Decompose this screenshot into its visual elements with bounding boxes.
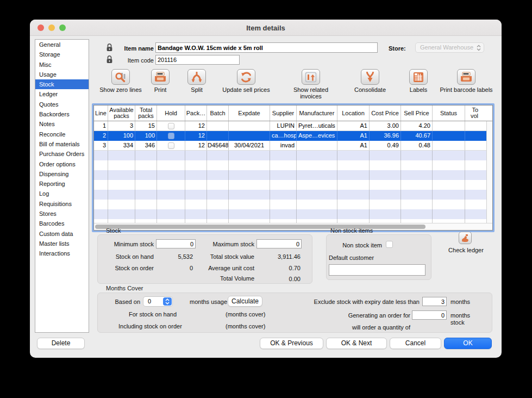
invoice-icon xyxy=(305,72,317,83)
sidebar-item-reporting[interactable]: Reporting xyxy=(35,179,89,189)
ok-previous-button[interactable]: OK & Previous xyxy=(260,338,323,349)
show-related-invoices-button[interactable]: Show related invoices xyxy=(285,69,337,100)
minimum-stock-label: Minimum stock xyxy=(90,241,154,247)
col-header-sell-price[interactable]: Sell Price xyxy=(401,105,433,121)
sidebar-item-notes[interactable]: Notes xyxy=(35,119,89,129)
item-name-input[interactable] xyxy=(155,42,378,53)
generating-order-input[interactable] xyxy=(412,310,447,320)
total-stock-value-label: Total stock value xyxy=(190,253,254,260)
table-row[interactable]: 3 334 346 12 D456486 30/04/2021 invad A1… xyxy=(94,141,492,151)
print-barcode-labels-button[interactable]: Print barcode labels xyxy=(434,69,499,93)
sidebar-item-bill-of-materials[interactable]: Bill of materials xyxy=(35,139,89,149)
labels-button[interactable]: Labels xyxy=(402,69,435,93)
col-header-hold[interactable]: Hold xyxy=(157,105,185,121)
default-customer-label: Default customer xyxy=(329,254,374,261)
stock-section-label: Stock xyxy=(106,227,121,234)
horizontal-scrollbar xyxy=(94,223,492,230)
item-code-input[interactable] xyxy=(155,55,240,65)
non-stock-item-label: Non stock item xyxy=(328,242,382,248)
item-details-window: Item details General Storage Misc Usage … xyxy=(30,20,502,358)
months-usage-label: months usage xyxy=(190,298,227,305)
consolidate-button[interactable]: Consolidate xyxy=(346,69,395,93)
stock-on-hand-value: 5,532 xyxy=(155,253,193,260)
sidebar-item-general[interactable]: General xyxy=(35,40,89,49)
refresh-icon xyxy=(240,72,252,83)
total-stock-value: 3,911.46 xyxy=(258,253,301,260)
total-volume-label: Total Volume xyxy=(190,275,254,282)
sidebar-item-backorders[interactable]: Backorders xyxy=(35,109,89,119)
sidebar-item-order-options[interactable]: Order options xyxy=(35,159,89,169)
sidebar-item-interactions[interactable]: Interactions xyxy=(35,248,89,258)
col-header-pack[interactable]: Pack… xyxy=(185,105,207,121)
hold-checkbox[interactable] xyxy=(168,133,174,139)
based-on-label: Based on xyxy=(109,298,140,305)
sidebar-item-dispensing[interactable]: Dispensing xyxy=(35,169,89,179)
hold-checkbox[interactable] xyxy=(168,142,174,149)
col-header-expdate[interactable]: Expdate xyxy=(229,105,270,121)
title-bar: Item details xyxy=(30,20,502,36)
average-unit-cost-value: 0.70 xyxy=(258,265,301,271)
col-header-line[interactable]: Line xyxy=(94,105,108,121)
based-on-select[interactable]: 0 xyxy=(143,296,173,307)
including-stock-label: Including stock on order xyxy=(118,323,182,329)
col-header-supplier[interactable]: Supplier xyxy=(270,105,297,121)
months-cover-section-label: Months Cover xyxy=(106,285,143,291)
for-stock-months-cover: (months cover) xyxy=(226,311,265,318)
stock-on-order-value: 0 xyxy=(155,265,193,271)
sidebar-item-ledger[interactable]: Ledger xyxy=(35,89,89,99)
split-icon xyxy=(191,72,203,83)
print-button[interactable]: Print xyxy=(144,69,177,93)
sidebar-item-purchase-orders[interactable]: Purchase Orders xyxy=(35,149,89,159)
split-button[interactable]: Split xyxy=(180,69,213,93)
sidebar-item-stock[interactable]: Stock xyxy=(35,79,89,89)
non-stock-item-checkbox[interactable] xyxy=(386,241,393,248)
stock-on-order-label: Stock on order xyxy=(90,265,154,271)
sidebar-item-custom-data[interactable]: Custom data xyxy=(35,229,89,239)
table-row-selected[interactable]: 2 100 100 12 ca…hosp Aspe…evices A1 36.9… xyxy=(94,131,492,141)
sidebar-item-master-lists[interactable]: Master lists xyxy=(35,239,89,248)
ok-button[interactable]: OK xyxy=(444,338,492,349)
item-code-label: Item code xyxy=(98,57,154,64)
sidebar-item-quotes[interactable]: Quotes xyxy=(35,100,89,109)
including-months-cover: (months cover) xyxy=(226,323,265,329)
scrollbar-thumb[interactable] xyxy=(95,225,425,229)
vertical-scrollbar-track xyxy=(486,121,492,223)
calculate-button[interactable]: Calculate xyxy=(228,296,262,307)
total-volume-value: 0.00 xyxy=(258,276,301,282)
col-header-cost-price[interactable]: Cost Price xyxy=(370,105,401,121)
sidebar-item-log[interactable]: Log xyxy=(35,189,89,198)
sidebar-item-requisitions[interactable]: Requisitions xyxy=(35,199,89,209)
exclude-expiry-input[interactable] xyxy=(422,297,447,306)
ok-next-button[interactable]: OK & Next xyxy=(326,338,387,349)
sidebar-item-usage[interactable]: Usage xyxy=(35,70,89,79)
merge-icon xyxy=(364,72,376,83)
sidebar-item-misc[interactable]: Misc xyxy=(35,60,89,70)
sidebar-item-storage[interactable]: Storage xyxy=(35,49,89,59)
exclude-expiry-label: Exclude stock with expiry date less than xyxy=(302,298,420,305)
sidebar-item-reconcile[interactable]: Reconcile xyxy=(35,129,89,139)
store-label: Store: xyxy=(389,45,410,52)
col-header-total-packs[interactable]: Total packs xyxy=(135,105,157,121)
col-header-total-volume[interactable]: To vol xyxy=(465,105,479,121)
show-zero-lines-button[interactable]: Show zero lines xyxy=(95,69,147,93)
based-on-value: 0 xyxy=(148,298,151,304)
hold-checkbox[interactable] xyxy=(168,123,174,129)
stepper-icon xyxy=(477,45,481,51)
update-sell-prices-button[interactable]: Update sell prices xyxy=(215,69,278,93)
sidebar-item-barcodes[interactable]: Barcodes xyxy=(35,219,89,228)
cancel-button[interactable]: Cancel xyxy=(390,338,441,349)
check-ledger-button[interactable] xyxy=(459,232,472,244)
table-row[interactable]: 1 3 15 12 LUPIN Pyret…uticals A1 3.00 4.… xyxy=(94,121,492,131)
col-header-batch[interactable]: Batch xyxy=(207,105,229,121)
delete-button[interactable]: Delete xyxy=(37,338,85,349)
col-header-available-packs[interactable]: Available packs xyxy=(108,105,135,121)
maximum-stock-input[interactable] xyxy=(256,239,302,248)
col-header-status[interactable]: Status xyxy=(433,105,465,121)
default-customer-input[interactable] xyxy=(329,264,425,276)
col-header-manufacturer[interactable]: Manufacturer xyxy=(297,105,337,121)
window-title: Item details xyxy=(30,24,502,32)
sidebar-item-stores[interactable]: Stores xyxy=(35,209,89,219)
col-header-location[interactable]: Location xyxy=(337,105,370,121)
average-unit-cost-label: Average unit cost xyxy=(190,265,254,271)
empty-rows xyxy=(94,151,492,223)
